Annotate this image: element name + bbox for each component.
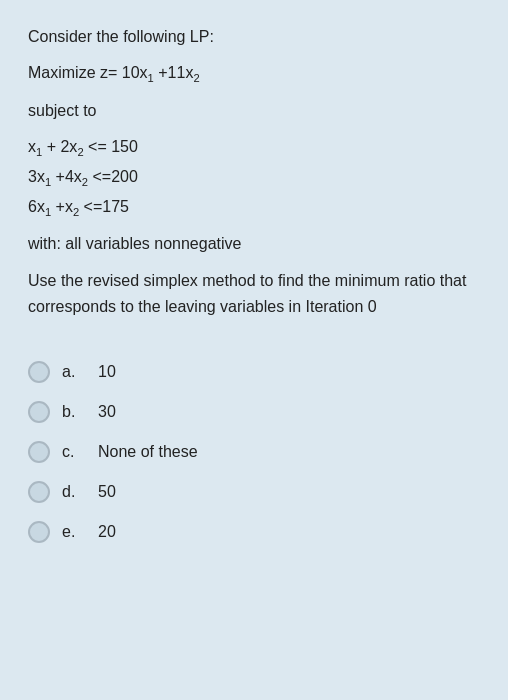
constraint-1: x [28, 138, 36, 155]
constraint-2a: 3x [28, 168, 45, 185]
option-item-b[interactable]: b.30 [28, 401, 480, 423]
options-section: a.10b.30c.None of thesed.50e.20 [28, 361, 480, 543]
option-value-a: 10 [98, 363, 116, 381]
nonnegativity-text: with: all variables nonnegative [28, 235, 241, 252]
constraint-2-line: 3x1 +4x2 <=200 [28, 164, 480, 192]
subject-to-line: subject to [28, 98, 480, 124]
constraint-1-line: x1 + 2x2 <= 150 [28, 134, 480, 162]
constraint-1b: + 2x [42, 138, 77, 155]
constraint-3a: 6x [28, 198, 45, 215]
radio-c[interactable] [28, 441, 50, 463]
subject-to-text: subject to [28, 102, 96, 119]
x2-sub: 2 [193, 73, 199, 85]
prompt-line: Use the revised simplex method to find t… [28, 268, 480, 321]
nonnegativity-line: with: all variables nonnegative [28, 231, 480, 257]
option-label-d: d. [62, 483, 86, 501]
question-block: Consider the following LP: Maximize z= 1… [28, 24, 480, 321]
objective-label: Maximize z= 10x [28, 64, 148, 81]
option-label-b: b. [62, 403, 86, 421]
constraint-2b: +4x [51, 168, 82, 185]
option-value-e: 20 [98, 523, 116, 541]
intro-text: Consider the following LP: [28, 28, 214, 45]
option-item-a[interactable]: a.10 [28, 361, 480, 383]
option-label-c: c. [62, 443, 86, 461]
radio-d[interactable] [28, 481, 50, 503]
option-item-e[interactable]: e.20 [28, 521, 480, 543]
intro-line: Consider the following LP: [28, 24, 480, 50]
option-value-d: 50 [98, 483, 116, 501]
option-label-e: e. [62, 523, 86, 541]
objective-mid: +11x [154, 64, 194, 81]
radio-a[interactable] [28, 361, 50, 383]
option-label-a: a. [62, 363, 86, 381]
objective-line: Maximize z= 10x1 +11x2 [28, 60, 480, 88]
constraint-3c: <=175 [79, 198, 129, 215]
prompt-text: Use the revised simplex method to find t… [28, 272, 466, 315]
option-value-c: None of these [98, 443, 198, 461]
constraint-2c: <=200 [88, 168, 138, 185]
constraint-3-line: 6x1 +x2 <=175 [28, 194, 480, 222]
constraint-3b: +x [51, 198, 73, 215]
option-value-b: 30 [98, 403, 116, 421]
option-item-c[interactable]: c.None of these [28, 441, 480, 463]
radio-b[interactable] [28, 401, 50, 423]
option-item-d[interactable]: d.50 [28, 481, 480, 503]
radio-e[interactable] [28, 521, 50, 543]
constraint-1c: <= 150 [84, 138, 138, 155]
